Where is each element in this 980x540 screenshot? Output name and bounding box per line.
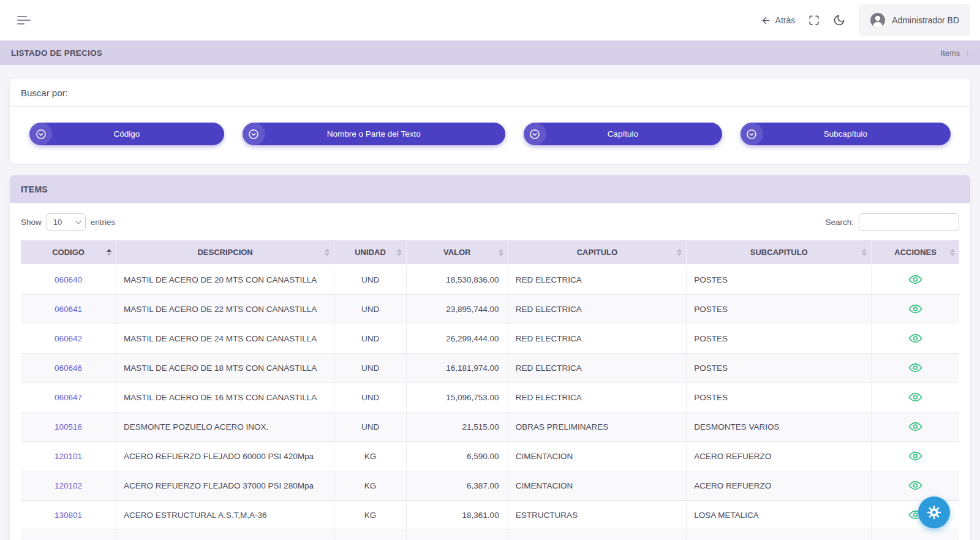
breadcrumb-item-items[interactable]: Items (941, 48, 960, 58)
settings-fab-button[interactable] (918, 496, 950, 528)
hamburger-menu-icon[interactable] (15, 12, 33, 28)
dark-mode-toggle[interactable] (833, 14, 845, 26)
cell-capitulo: RED ELECTRICA (508, 382, 687, 412)
cell-descripcion: MASTIL DE ACERO DE 22 MTS CON CANASTILLA (116, 294, 334, 324)
cell-unidad: KG (334, 441, 407, 471)
cell-unidad: UND (334, 324, 407, 353)
cell-subcapitulo: POSTES (687, 294, 872, 324)
cell-codigo (21, 530, 116, 540)
view-item-button[interactable] (908, 392, 922, 402)
item-code-link[interactable]: 120102 (55, 481, 82, 490)
eye-icon (908, 422, 922, 432)
view-item-button[interactable] (908, 275, 922, 284)
cell-descripcion: ACERO ESTRUCTURAL A.S.T,M,A-36 (116, 500, 334, 530)
cell-valor: 6,590.00 (406, 441, 508, 471)
view-item-button[interactable] (908, 363, 922, 373)
item-code-link[interactable]: 060647 (55, 393, 82, 402)
cell-valor: 6,387.00 (406, 471, 508, 500)
back-button[interactable]: Atrás (761, 15, 796, 26)
search-by-button[interactable]: Nombre o Parte del Texto (243, 123, 505, 145)
eye-icon (908, 304, 922, 314)
user-name: Administrador BD (892, 15, 959, 25)
search-by-button[interactable]: Capítulo (524, 123, 722, 145)
search-by-button-label: Nombre o Parte del Texto (243, 123, 505, 145)
cell-acciones (872, 324, 959, 353)
column-label: ACCIONES (894, 248, 937, 257)
cell-valor: 16,181,974.00 (406, 353, 508, 382)
sort-icon (950, 249, 955, 256)
cell-descripcion: ACERO REFUERZO FLEJADO 37000 PSI 280Mpa (116, 471, 334, 500)
chevron-right-icon: › (966, 48, 969, 58)
search-by-button-label: Capítulo (524, 123, 722, 145)
view-item-button[interactable] (908, 422, 922, 432)
page-size-select[interactable]: 10 (47, 213, 86, 231)
cell-subcapitulo: LOSA METALICA (687, 500, 872, 530)
cell-codigo: 130801 (21, 500, 116, 530)
column-header-acciones[interactable]: ACCIONES (872, 240, 959, 265)
item-code-link[interactable]: 060642 (55, 334, 82, 343)
eye-icon (908, 392, 922, 402)
search-panel-title: Buscar por: (10, 78, 970, 107)
cell-capitulo: RED ELECTRICA (508, 294, 687, 324)
arrow-left-icon (761, 15, 771, 26)
cell-codigo: 100516 (21, 412, 116, 441)
cell-unidad (334, 530, 407, 540)
column-label: CODIGO (52, 248, 85, 257)
search-buttons-row: CódigoNombre o Parte del TextoCapítuloSu… (10, 107, 970, 164)
cell-valor: 26,299,444.00 (406, 324, 508, 353)
view-item-button[interactable] (908, 333, 922, 343)
fullscreen-button[interactable] (809, 15, 820, 26)
sort-icon (499, 249, 503, 256)
column-label: UNIDAD (355, 248, 386, 257)
column-header-unidad[interactable]: UNIDAD (334, 240, 407, 265)
cell-unidad: KG (334, 471, 407, 500)
item-code-link[interactable]: 060641 (55, 305, 82, 314)
cell-capitulo: RED ELECTRICA (508, 353, 687, 382)
sort-icon (325, 249, 330, 256)
table-row: 060647 MASTIL DE ACERO DE 16 MTS CON CAN… (21, 382, 959, 412)
table-row: 120102 ACERO REFUERZO FLEJADO 37000 PSI … (21, 471, 959, 500)
moon-icon (833, 14, 845, 26)
search-label: Search: (825, 218, 854, 227)
search-input[interactable] (859, 213, 959, 231)
cell-descripcion: MASTIL DE ACERO DE 18 MTS CON CANASTILLA (116, 353, 334, 382)
table-row: 060641 MASTIL DE ACERO DE 22 MTS CON CAN… (21, 294, 959, 324)
cell-subcapitulo (687, 530, 872, 540)
cell-subcapitulo: DESMONTES VARIOS (687, 412, 872, 441)
table-row: 060646 MASTIL DE ACERO DE 18 MTS CON CAN… (21, 353, 959, 382)
entries-label: entries (91, 218, 116, 227)
cell-subcapitulo: POSTES (687, 353, 872, 382)
top-bar: Atrás Administrador BD (0, 0, 980, 40)
table-row: 130801 ACERO ESTRUCTURAL A.S.T,M,A-36 KG… (21, 500, 959, 530)
column-header-valor[interactable]: VALOR (406, 240, 508, 265)
cell-capitulo: CIMENTACION (508, 441, 687, 471)
cell-valor: 15,096,753.00 (406, 382, 508, 412)
items-panel-header: ITEMS (10, 175, 970, 203)
table-row: 120101 ACERO REFUERZO FLEJADO 60000 PSI … (21, 441, 959, 471)
cell-unidad: UND (334, 382, 407, 412)
page-title: LISTADO DE PRECIOS (11, 48, 102, 58)
search-by-button[interactable]: Subcapítulo (741, 123, 951, 145)
table-row: 100516 DESMONTE POZUELO ACERO INOX. UND … (21, 412, 959, 441)
column-header-codigo[interactable]: CODIGO (21, 240, 116, 265)
user-menu[interactable]: Administrador BD (859, 4, 970, 36)
column-header-subcapitulo[interactable]: SUBCAPITULO (687, 240, 872, 265)
view-item-button[interactable] (908, 481, 922, 490)
cell-unidad: UND (334, 353, 407, 382)
item-code-link[interactable]: 060646 (55, 363, 82, 373)
search-by-button-label: Código (29, 123, 224, 145)
cell-acciones (872, 353, 959, 382)
item-code-link[interactable]: 100516 (55, 422, 82, 432)
view-item-button[interactable] (908, 304, 922, 314)
table-row: 060642 MASTIL DE ACERO DE 24 MTS CON CAN… (21, 324, 959, 353)
item-code-link[interactable]: 120101 (55, 452, 82, 461)
item-code-link[interactable]: 060640 (55, 275, 82, 284)
search-by-button[interactable]: Código (29, 123, 224, 145)
column-header-capitulo[interactable]: CAPITULO (508, 240, 687, 265)
table-header-row: CODIGODESCRIPCIONUNIDADVALORCAPITULOSUBC… (21, 240, 959, 265)
cell-descripcion: ACERO REFUERZO FLEJADO 60000 PSI 420Mpa (116, 441, 334, 471)
cell-valor: 23,895,744.00 (406, 294, 508, 324)
item-code-link[interactable]: 130801 (55, 511, 82, 520)
view-item-button[interactable] (908, 451, 922, 461)
column-header-descripcion[interactable]: DESCRIPCION (116, 240, 334, 265)
